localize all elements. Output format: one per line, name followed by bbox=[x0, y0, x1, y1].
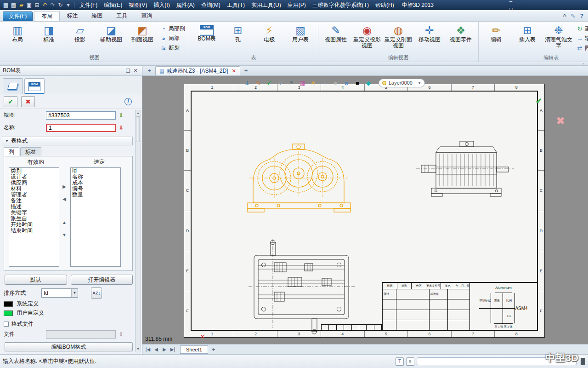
ribbon-tab[interactable]: 查询 bbox=[134, 11, 159, 21]
menu-item[interactable]: 编辑(E) bbox=[101, 0, 125, 10]
clean-balloon-button[interactable]: ❉ 清理气泡文字 bbox=[543, 23, 574, 50]
sun-icon[interactable]: ☀ bbox=[309, 78, 318, 87]
next-sheet-button[interactable]: ▶ bbox=[161, 347, 168, 352]
move-view-button[interactable]: ✛ 移动视图 bbox=[414, 23, 445, 44]
ucs-icon[interactable]: ⊥ bbox=[243, 78, 252, 87]
regen-icon[interactable]: ↻ bbox=[57, 1, 64, 9]
scroll-down-icon[interactable]: ▼ bbox=[136, 346, 141, 352]
canvas-ok-icon[interactable]: ✔ bbox=[536, 96, 542, 106]
layer-dropdown[interactable]: Layer0000 ▼ bbox=[379, 79, 425, 87]
menu-item[interactable]: 文件(F) bbox=[76, 0, 101, 10]
file-picker-icon[interactable]: ⇩ bbox=[118, 331, 125, 338]
ribbon-tab[interactable]: 工具 bbox=[109, 11, 134, 21]
file-input[interactable] bbox=[46, 330, 116, 339]
redo-icon[interactable]: ↷ bbox=[49, 1, 57, 9]
new-tab-button[interactable]: + bbox=[145, 66, 153, 75]
menu-item[interactable]: 工具(T) bbox=[224, 0, 248, 10]
view-part-button[interactable]: ❖ 视图零件 bbox=[445, 23, 476, 44]
sheet-tab[interactable]: Sheet1 bbox=[180, 345, 208, 354]
electrode-button[interactable]: ⚡ 电极 bbox=[254, 23, 285, 44]
panel-scrollbar[interactable]: ▲ ▼ bbox=[135, 110, 141, 352]
view-input[interactable] bbox=[46, 111, 116, 120]
move-right-icon[interactable]: ▶ bbox=[62, 184, 66, 189]
scrollbar-thumb[interactable] bbox=[136, 116, 140, 142]
style-pen-icon[interactable]: ✎ bbox=[571, 13, 576, 19]
user-table-button[interactable]: ▧ 用户表 bbox=[285, 23, 316, 44]
redefine-projection-button[interactable]: ◉ 重定义投影视图 bbox=[351, 23, 383, 50]
standard-button[interactable]: ◨ 标准 bbox=[33, 23, 64, 44]
sync-bom-button[interactable]: ⇄ 同步BOM表... bbox=[574, 43, 588, 53]
first-sheet-button[interactable]: |◀ bbox=[144, 347, 152, 352]
add-sheet-button[interactable]: + bbox=[212, 346, 215, 353]
auxiliary-view-button[interactable]: ◪ 辅助视图 bbox=[96, 23, 127, 44]
canvas-cancel-icon[interactable]: ✖ bbox=[556, 115, 565, 127]
name-picker-icon[interactable]: ⇩ bbox=[118, 124, 125, 132]
new-file-icon[interactable]: ▤ bbox=[10, 1, 17, 9]
collapse-ribbon-icon[interactable]: ^ bbox=[563, 13, 566, 19]
ribbon-tab[interactable]: 标注 bbox=[60, 11, 85, 21]
flag-icon[interactable]: ⚑ bbox=[287, 78, 296, 87]
menu-item[interactable]: 帮助(H) bbox=[372, 0, 397, 10]
broken-view-button[interactable]: ≋ 断裂 bbox=[158, 43, 187, 53]
panel-restore-icon[interactable]: ❑ bbox=[124, 68, 132, 74]
qat-dropdown-icon[interactable]: ▾ bbox=[64, 1, 72, 9]
side-view[interactable] bbox=[416, 141, 514, 196]
shade-mode-icon[interactable]: ◆ bbox=[364, 78, 373, 87]
scroll-up-icon[interactable]: ▲ bbox=[136, 110, 141, 116]
view-attributes-button[interactable]: ✎ 视图属性 bbox=[320, 23, 351, 44]
ribbon-tab[interactable]: 布局 bbox=[34, 11, 60, 21]
move-down-icon[interactable]: ▼ bbox=[62, 232, 67, 237]
list-item[interactable]: 结束时间 bbox=[9, 228, 59, 234]
chevron-down-icon[interactable]: ▼ bbox=[415, 81, 421, 85]
regenerate-button[interactable]: ↻ 重生成 ▾ bbox=[574, 24, 588, 34]
document-tab[interactable]: ▤ 减速器N.Z3 - [ASM4_2D] ✕ bbox=[155, 66, 240, 75]
tab-close-icon[interactable]: ✕ bbox=[232, 68, 236, 74]
new-tab-button[interactable]: + bbox=[242, 66, 250, 75]
prev-sheet-button[interactable]: ◀ bbox=[153, 347, 160, 352]
edit-bom-format-button[interactable]: 编辑BOM格式 bbox=[5, 342, 133, 351]
edit-table-button[interactable]: ✏ 编辑 bbox=[481, 23, 512, 44]
local-section-button[interactable]: ◔ 局部剖 bbox=[158, 24, 187, 34]
list-item[interactable]: 数量 bbox=[71, 192, 120, 198]
menu-item[interactable]: 属性(A) bbox=[173, 0, 198, 10]
menu-item[interactable]: 三维数字化教学系统(T) bbox=[309, 0, 372, 10]
import-table-button[interactable]: → 输入表 ▾ bbox=[574, 34, 588, 43]
section-view-button[interactable]: ◩ 剖面视图 bbox=[127, 23, 158, 44]
color-swatch[interactable]: ■ bbox=[353, 78, 362, 87]
grid-table-icon[interactable]: ▦ bbox=[298, 78, 307, 87]
tab-bom[interactable]: BOM bbox=[24, 78, 45, 94]
panel-close-icon[interactable]: ✕ bbox=[132, 68, 139, 74]
menu-item[interactable]: 查询(M) bbox=[198, 0, 224, 10]
view-picker-icon[interactable]: ⇩ bbox=[118, 112, 125, 119]
format-file-checkbox[interactable] bbox=[4, 322, 9, 327]
front-view[interactable] bbox=[248, 144, 351, 212]
sort-az-button[interactable]: AZ↓ bbox=[91, 288, 102, 299]
menu-item[interactable]: 实用工具(U) bbox=[248, 0, 284, 10]
input-mode-icon[interactable]: T bbox=[396, 357, 404, 366]
layer-stack-icon[interactable]: ≡ bbox=[331, 78, 340, 87]
ok-button[interactable]: ✔ bbox=[4, 96, 17, 107]
tab-view-manager[interactable] bbox=[3, 78, 23, 94]
drawing-canvas[interactable]: 12345678 12345678 ABCDEF ABCDEF bbox=[142, 76, 588, 344]
projection-button[interactable]: ▱ 投影 bbox=[64, 23, 96, 44]
undo-icon[interactable]: ↶ bbox=[41, 1, 49, 9]
info-icon[interactable]: i bbox=[124, 98, 132, 105]
format-tab[interactable]: 列 bbox=[4, 147, 19, 156]
insert-table-button[interactable]: ⊞ 插入表 bbox=[512, 23, 543, 44]
command-list-icon[interactable]: ≡ bbox=[406, 357, 414, 366]
menu-item[interactable]: 应用(P) bbox=[284, 0, 309, 10]
redefine-section-button[interactable]: ◍ 重定义剖面视图 bbox=[383, 23, 414, 50]
dimension-icon[interactable]: ⌀ bbox=[342, 78, 351, 87]
filter-icon[interactable]: ▼ bbox=[276, 78, 285, 87]
minimize-button[interactable]: – bbox=[505, 0, 517, 5]
menu-item[interactable]: 插入(I) bbox=[150, 0, 173, 10]
save-icon[interactable]: ▣ bbox=[25, 1, 33, 9]
sort-select[interactable]: Id ▼ bbox=[41, 288, 78, 298]
bom-table-button[interactable]: BOM BOM表 bbox=[191, 23, 222, 43]
scene-icon[interactable]: ▦ bbox=[2, 1, 10, 9]
move-left-icon[interactable]: ◀ bbox=[62, 196, 66, 201]
name-input[interactable] bbox=[46, 124, 116, 132]
hole-table-button[interactable]: ⊞ 孔 bbox=[222, 23, 254, 44]
open-folder-icon[interactable]: ▰ bbox=[17, 1, 25, 9]
ribbon-tab[interactable]: 绘图 bbox=[85, 11, 109, 21]
